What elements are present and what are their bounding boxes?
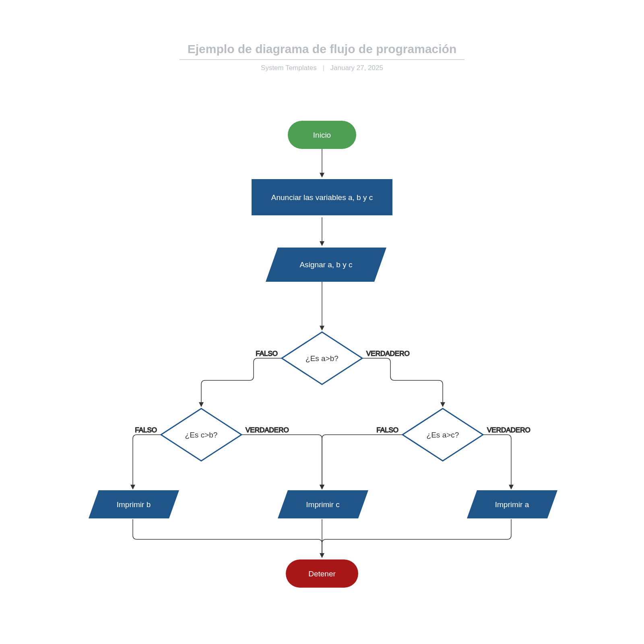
node-decision-cb: ¿Es c>b? [161, 409, 242, 461]
node-print-b-label: Imprimir b [117, 500, 151, 509]
node-decision-cb-label: ¿Es c>b? [185, 431, 218, 439]
node-assign-label: Asignar a, b y c [300, 260, 353, 269]
edge-printa-stop [322, 519, 511, 557]
edge-dab-false [201, 358, 282, 407]
label-dab-true: VERDADERO [366, 350, 410, 357]
node-print-c-label: Imprimir c [306, 500, 339, 509]
node-stop: Detener [286, 559, 358, 588]
node-declare-label: Anunciar las variables a, b y c [271, 193, 373, 202]
node-print-c: Imprimir c [278, 490, 368, 518]
node-print-b: Imprimir b [89, 490, 179, 518]
label-dab-false: FALSO [256, 350, 278, 357]
flowchart-svg: FALSO VERDADERO FALSO VERDADERO FALSO VE… [0, 0, 644, 644]
edge-dac-true [483, 435, 511, 489]
node-decision-ab-label: ¿Es a>b? [305, 354, 339, 363]
edge-printb-stop [133, 519, 322, 557]
label-dac-false: FALSO [376, 426, 398, 434]
node-declare: Anunciar las variables a, b y c [252, 179, 392, 215]
edge-dcb-false [133, 435, 161, 489]
node-start-label: Inicio [313, 131, 331, 139]
node-decision-ac-label: ¿Es a>c? [427, 431, 459, 439]
edge-dac-false [322, 435, 402, 489]
node-decision-ab: ¿Es a>b? [282, 332, 362, 384]
node-start: Inicio [288, 121, 356, 149]
flowchart-canvas: Ejemplo de diagrama de flujo de programa… [0, 0, 644, 644]
node-stop-label: Detener [308, 570, 336, 578]
edge-dcb-true [242, 435, 322, 489]
label-dcb-false: FALSO [135, 426, 157, 434]
node-assign: Asignar a, b y c [266, 248, 386, 282]
label-dac-true: VERDADERO [487, 426, 530, 434]
node-print-a: Imprimir a [467, 490, 557, 518]
node-print-a-label: Imprimir a [495, 500, 529, 509]
label-dcb-true: VERDADERO [246, 426, 289, 434]
node-decision-ac: ¿Es a>c? [402, 409, 483, 461]
edge-dab-true [362, 358, 443, 407]
